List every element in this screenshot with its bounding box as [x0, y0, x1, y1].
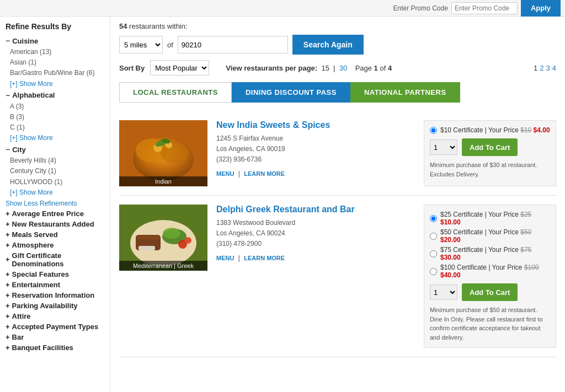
restaurant-links-2: MENU | LEARN MORE [216, 254, 415, 262]
restaurant-image-1: Indian [119, 120, 207, 186]
page-1: 1 [534, 64, 537, 72]
page-nav: 1 2 3 4 [534, 64, 556, 72]
cert-radio-2-3[interactable] [430, 250, 437, 257]
minus-icon: − [6, 36, 10, 45]
menu-link-1[interactable]: MENU [216, 170, 234, 177]
city-century[interactable]: Century City (1) [10, 166, 104, 176]
add-to-cart-2[interactable]: Add To Cart [462, 283, 518, 301]
miles-select[interactable]: 5 miles 1 mile 2 miles 10 miles 15 miles… [119, 36, 163, 53]
add-to-cart-1[interactable]: Add To Cart [462, 138, 518, 156]
cert-value-2-2: $50 Certificate | Your Price $50 $20.00 [440, 228, 550, 244]
city-hollywood[interactable]: HOLLYWOOD (1) [10, 177, 104, 187]
banquet-label: Banquet Facilities [12, 343, 73, 352]
sidebar-collapsible-banquet[interactable]: + Banquet Facilities [6, 343, 104, 352]
gift-label: Gift Certificate Denominations [12, 251, 104, 268]
restaurant-name-2[interactable]: Delphi Greek Restaurant and Bar [216, 205, 415, 214]
alpha-a[interactable]: A (3) [10, 101, 104, 112]
sidebar-collapsible-meals[interactable]: + Meals Served [6, 230, 104, 239]
alpha-show-more[interactable]: [+] Show More [10, 134, 104, 142]
restaurant-name-1[interactable]: New India Sweets & Spices [216, 120, 415, 130]
sidebar-collapsible-atmosphere[interactable]: + Atmosphere [6, 241, 104, 249]
alpha-c[interactable]: C (1) [10, 122, 104, 133]
page-3-link[interactable]: 3 [546, 64, 550, 72]
sidebar-title: Refine Results By [6, 22, 104, 31]
cuisine-asian[interactable]: Asian (1) [10, 57, 104, 68]
tab-local[interactable]: Local Restaurants [119, 82, 232, 103]
restaurant-address-1: 1245 S Fairfax Avenue Los Angeles, CA 90… [216, 133, 415, 165]
cert-option-2-3: $75 Certificate | Your Price $75 $30.00 [430, 246, 550, 261]
sidebar-collapsible-special[interactable]: + Special Features [6, 270, 104, 278]
result-count: 54 restaurants within: [119, 22, 556, 30]
show-less-refinements[interactable]: Show Less Refinements [6, 200, 104, 207]
restaurant-links-1: MENU | LEARN MORE [216, 170, 415, 178]
cuisine-show-more[interactable]: [+] Show More [10, 80, 104, 88]
sidebar-collapsible-parking[interactable]: + Parking Availability [6, 302, 104, 310]
per-page-info: View restaurants per page: 15 | 30 Page … [226, 64, 392, 72]
main-layout: Refine Results By − Cuisine American (13… [0, 17, 565, 392]
apply-button[interactable]: Apply [521, 0, 561, 17]
sidebar-collapsible-avg-price[interactable]: + Average Entree Price [6, 210, 104, 218]
tab-national[interactable]: National Partners [350, 82, 460, 103]
cert-note-1: Minimum purchase of $30 at restaurant. E… [430, 160, 550, 179]
zip-input[interactable] [178, 36, 288, 53]
sidebar: Refine Results By − Cuisine American (13… [0, 17, 110, 392]
alpha-b[interactable]: B (3) [10, 112, 104, 122]
sidebar-collapsible-reservation[interactable]: + Reservation Information [6, 291, 104, 299]
cert-radio-2-2[interactable] [430, 233, 437, 240]
cert-value-2-3: $75 Certificate | Your Price $75 $30.00 [440, 246, 550, 261]
menu-link-2[interactable]: MENU [216, 255, 234, 261]
sidebar-collapsible-bar[interactable]: + Bar [6, 333, 104, 341]
search-again-button[interactable]: Search Again [292, 35, 364, 55]
per-page-15: 15 [321, 64, 329, 72]
cert-panel-2: $25 Certificate | Your Price $25 $10.00 … [424, 205, 556, 348]
bar-label: Bar [12, 333, 24, 341]
parking-label: Parking Availability [12, 302, 78, 310]
svg-rect-16 [138, 246, 155, 250]
page-4-link[interactable]: 4 [552, 64, 556, 72]
cert-value-1-1: $10 Certificate | Your Price $10 $4.00 [440, 126, 550, 134]
cert-option-2-4: $100 Certificate | Your Price $100 $40.0… [430, 264, 550, 279]
sidebar-collapsible-gift[interactable]: + Gift Certificate Denominations [6, 251, 104, 268]
sidebar-collapsible-attire[interactable]: + Attire [6, 312, 104, 320]
qty-select-2[interactable]: 12345 [430, 284, 457, 300]
cuisine-bar[interactable]: Bar/Gastro Pub/Wine Bar (6) [10, 68, 104, 78]
result-number: 54 [119, 22, 127, 30]
cert-radio-2-4[interactable] [430, 268, 437, 275]
cuisine-header[interactable]: − Cuisine [6, 36, 104, 45]
promo-input[interactable] [451, 2, 518, 14]
city-header[interactable]: − City [6, 145, 104, 154]
cuisine-label: Cuisine [12, 37, 38, 45]
plus-icon-new: + [6, 220, 10, 228]
sort-select[interactable]: Most Popular Name A-Z Name Z-A Nearest F… [150, 60, 209, 76]
alpha-header[interactable]: − Alphabetical [6, 91, 104, 100]
cert-option-2-2: $50 Certificate | Your Price $50 $20.00 [430, 228, 550, 244]
payment-label: Accepted Payment Types [12, 323, 99, 331]
plus-icon-avg: + [6, 210, 10, 218]
cert-option-1-1: $10 Certificate | Your Price $10 $4.00 [430, 126, 550, 134]
city-beverly[interactable]: Beverly Hills (4) [10, 155, 104, 166]
cert-radio-1-1[interactable] [430, 127, 437, 134]
new-rest-label: New Restaurants Added [12, 220, 94, 228]
qty-select-1[interactable]: 12345 [430, 139, 457, 155]
sidebar-collapsible-new-rest[interactable]: + New Restaurants Added [6, 220, 104, 228]
cert-value-2-4: $100 Certificate | Your Price $100 $40.0… [440, 264, 550, 279]
cert-controls-1: 12345 Add To Cart [430, 138, 550, 156]
sidebar-collapsible-payment[interactable]: + Accepted Payment Types [6, 323, 104, 331]
city-show-more[interactable]: [+] Show More [10, 189, 104, 196]
tabs: Local Restaurants Dining Discount Pass N… [119, 82, 556, 103]
learn-more-link-1[interactable]: LEARN MORE [244, 170, 285, 177]
cert-note-2: Minimum purchase of $50 at restaurant. D… [430, 305, 550, 342]
tab-dining[interactable]: Dining Discount Pass [232, 82, 350, 103]
city-items: Beverly Hills (4) Century City (1) HOLLY… [6, 155, 104, 196]
per-page-30-link[interactable]: 30 [339, 64, 347, 72]
cuisine-american[interactable]: American (13) [10, 47, 104, 57]
cert-radio-2-1[interactable] [430, 215, 437, 222]
cuisine-label-1: Indian [119, 176, 207, 186]
page-2-link[interactable]: 2 [540, 64, 543, 72]
svg-rect-11 [137, 236, 159, 239]
per-page-label: View restaurants per page: [226, 64, 317, 72]
plus-icon-ent: + [6, 281, 10, 289]
sidebar-collapsible-entertainment[interactable]: + Entertainment [6, 281, 104, 289]
promo-label: Enter Promo Code [393, 4, 447, 12]
learn-more-link-2[interactable]: LEARN MORE [244, 255, 285, 261]
